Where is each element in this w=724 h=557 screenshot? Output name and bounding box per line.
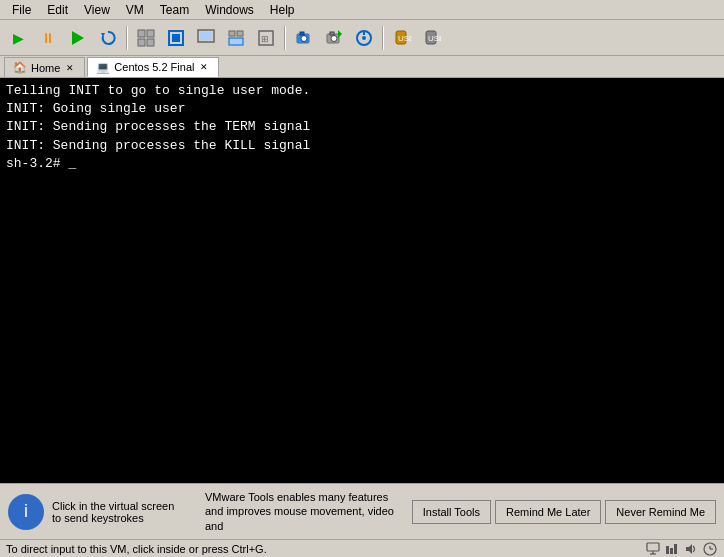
tab-home-icon: 🏠 bbox=[13, 61, 27, 74]
tab-centos[interactable]: 💻 Centos 5.2 Final ✕ bbox=[87, 57, 219, 77]
svg-rect-7 bbox=[172, 34, 180, 42]
toolbar-view-btn3[interactable] bbox=[192, 24, 220, 52]
vmware-icon: i bbox=[8, 494, 44, 530]
svg-rect-20 bbox=[330, 32, 334, 35]
toolbar-view-btn4[interactable] bbox=[222, 24, 250, 52]
svg-rect-4 bbox=[138, 39, 145, 46]
toolbar-usb-btn2[interactable]: USB bbox=[418, 24, 446, 52]
toolbar-snapshot-btn2[interactable] bbox=[320, 24, 348, 52]
notif-description: VMware Tools enables many features and i… bbox=[205, 490, 404, 533]
notif-line1: Click in the virtual screen bbox=[52, 500, 197, 512]
notification-bar: i Click in the virtual screen to send ke… bbox=[0, 483, 724, 539]
svg-rect-31 bbox=[666, 546, 669, 554]
menu-team[interactable]: Team bbox=[152, 1, 197, 19]
svg-rect-2 bbox=[138, 30, 145, 37]
svg-point-22 bbox=[362, 36, 366, 40]
toolbar-usb-btn1[interactable]: USB bbox=[388, 24, 416, 52]
tab-centos-icon: 💻 bbox=[96, 61, 110, 74]
menu-edit[interactable]: Edit bbox=[39, 1, 76, 19]
svg-rect-11 bbox=[237, 31, 243, 36]
toolbar-sep3 bbox=[382, 26, 384, 50]
toolbar-reset-btn[interactable] bbox=[94, 24, 122, 52]
toolbar-view-btn2[interactable] bbox=[162, 24, 190, 52]
tab-home-label: Home bbox=[31, 62, 60, 74]
status-icon-monitor bbox=[645, 541, 661, 557]
never-remind-btn[interactable]: Never Remind Me bbox=[605, 500, 716, 524]
svg-rect-28 bbox=[647, 543, 659, 551]
toolbar-view-btn5[interactable]: ⊞ bbox=[252, 24, 280, 52]
tab-centos-label: Centos 5.2 Final bbox=[114, 61, 194, 73]
svg-rect-33 bbox=[674, 544, 677, 554]
toolbar-play-btn[interactable]: ▶ bbox=[4, 24, 32, 52]
toolbar-sep2 bbox=[284, 26, 286, 50]
tabs-bar: 🏠 Home ✕ 💻 Centos 5.2 Final ✕ bbox=[0, 56, 724, 78]
status-bar: To direct input to this VM, click inside… bbox=[0, 539, 724, 557]
svg-rect-5 bbox=[147, 39, 154, 46]
svg-text:⊞: ⊞ bbox=[261, 34, 269, 44]
svg-point-16 bbox=[301, 35, 307, 41]
svg-rect-9 bbox=[200, 32, 212, 40]
svg-rect-3 bbox=[147, 30, 154, 37]
menubar: File Edit View VM Team Windows Help bbox=[0, 0, 724, 20]
menu-windows[interactable]: Windows bbox=[197, 1, 262, 19]
status-icon-clock bbox=[702, 541, 718, 557]
svg-rect-12 bbox=[229, 38, 243, 45]
status-icon-sound bbox=[683, 541, 699, 557]
remind-later-btn[interactable]: Remind Me Later bbox=[495, 500, 601, 524]
svg-marker-34 bbox=[686, 544, 692, 554]
toolbar-resume-btn[interactable] bbox=[64, 24, 92, 52]
toolbar-view-btn1[interactable] bbox=[132, 24, 160, 52]
notif-line2: to send keystrokes bbox=[52, 512, 197, 524]
menu-file[interactable]: File bbox=[4, 1, 39, 19]
terminal-output[interactable]: Telling INIT to go to single user mode. … bbox=[0, 78, 724, 483]
svg-rect-10 bbox=[229, 31, 235, 36]
notif-left-text: Click in the virtual screen to send keys… bbox=[52, 500, 197, 524]
menu-vm[interactable]: VM bbox=[118, 1, 152, 19]
toolbar-sep1 bbox=[126, 26, 128, 50]
notif-buttons-group: Install Tools Remind Me Later Never Remi… bbox=[412, 500, 716, 524]
svg-marker-0 bbox=[72, 31, 84, 45]
svg-rect-32 bbox=[670, 548, 673, 554]
svg-marker-1 bbox=[101, 33, 105, 37]
svg-point-19 bbox=[331, 35, 337, 41]
tab-centos-close[interactable]: ✕ bbox=[198, 61, 210, 73]
toolbar-pause-btn[interactable]: ⏸ bbox=[34, 24, 62, 52]
status-icon-network bbox=[664, 541, 680, 557]
menu-view[interactable]: View bbox=[76, 1, 118, 19]
tab-home[interactable]: 🏠 Home ✕ bbox=[4, 57, 85, 77]
toolbar-snapshot-btn1[interactable] bbox=[290, 24, 318, 52]
tab-home-close[interactable]: ✕ bbox=[64, 62, 76, 74]
install-tools-btn[interactable]: Install Tools bbox=[412, 500, 491, 524]
toolbar: ▶ ⏸ ⊞ USB USB bbox=[0, 20, 724, 56]
svg-text:USB: USB bbox=[428, 34, 441, 43]
status-icons-group bbox=[645, 541, 718, 557]
menu-help[interactable]: Help bbox=[262, 1, 303, 19]
svg-text:USB: USB bbox=[398, 34, 411, 43]
svg-rect-17 bbox=[300, 32, 304, 35]
status-text: To direct input to this VM, click inside… bbox=[6, 543, 267, 555]
toolbar-snapshot-btn3[interactable] bbox=[350, 24, 378, 52]
terminal-area[interactable]: Telling INIT to go to single user mode. … bbox=[0, 78, 724, 483]
